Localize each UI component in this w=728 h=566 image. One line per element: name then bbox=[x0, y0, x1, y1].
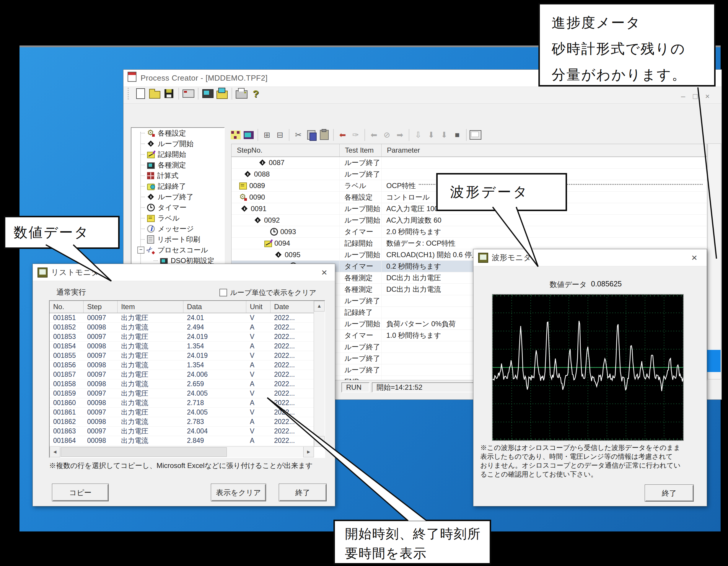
open-monitor-button[interactable] bbox=[215, 87, 229, 101]
restore-button[interactable]: □ bbox=[693, 92, 698, 101]
list-row[interactable]: 00186400098出力電流2.849A2022... bbox=[50, 436, 325, 446]
scrollbar-thumb[interactable] bbox=[61, 447, 227, 457]
list-row[interactable]: 00185300097出力電圧24.019V2022... bbox=[50, 332, 325, 342]
minimize-button[interactable]: – bbox=[681, 92, 685, 101]
monitor-button[interactable] bbox=[201, 87, 215, 101]
list-row[interactable]: 00185400098出力電流1.354A2022... bbox=[50, 342, 325, 351]
new-file-button[interactable] bbox=[133, 87, 148, 101]
save-file-button[interactable] bbox=[162, 87, 176, 101]
stop-icon[interactable]: ■ bbox=[451, 128, 464, 141]
expand-icon[interactable]: ⊞ bbox=[260, 128, 273, 141]
step-row[interactable]: 0087ループ終了 bbox=[232, 157, 707, 169]
scroll-right-icon[interactable]: ► bbox=[303, 447, 314, 457]
cut-icon[interactable]: ✂ bbox=[292, 128, 305, 141]
tree-item-timer[interactable]: タイマー bbox=[131, 202, 224, 213]
clear-per-loop-checkbox[interactable] bbox=[219, 289, 227, 296]
tree-item-loop[interactable]: ループ終了 bbox=[131, 192, 224, 202]
toolbar-separator bbox=[178, 88, 179, 100]
tree-item-message[interactable]: メッセージ bbox=[131, 224, 224, 234]
list-row[interactable]: 00185500097出力電圧24.019V2022... bbox=[50, 351, 325, 361]
tree-item-loop[interactable]: ループ開始 bbox=[131, 138, 224, 149]
list-horizontal-scrollbar[interactable]: ◄ ► bbox=[50, 446, 314, 457]
tree-item-calc[interactable]: 計算式 bbox=[131, 170, 224, 181]
screen-view-button[interactable] bbox=[469, 128, 482, 141]
parameter-cell: 2.0 秒間待ちます bbox=[382, 226, 707, 237]
tree-item-report[interactable]: リポート印刷 bbox=[131, 234, 224, 245]
data-cell: 24.006 bbox=[183, 370, 246, 379]
copy-button[interactable]: コピー bbox=[52, 484, 109, 501]
parameter-cell bbox=[382, 157, 707, 168]
no-cell: 001854 bbox=[50, 342, 84, 351]
list-row[interactable]: 00186100097出力電圧24.005V2022... bbox=[50, 408, 325, 417]
step-row[interactable]: 0092ループ開始AC入力周波数 60 bbox=[232, 215, 707, 226]
move-left-icon[interactable]: ⬅ bbox=[367, 128, 380, 141]
list-vertical-scrollbar[interactable]: ▲ ▼ bbox=[314, 301, 325, 447]
list-row[interactable]: 00185100097出力電圧24.01V2022... bbox=[50, 313, 325, 323]
tree-item-settings[interactable]: 各種設定 bbox=[131, 128, 224, 138]
unit-cell: V bbox=[246, 389, 271, 398]
list-row[interactable]: 00185600098出力電流1.354A2022... bbox=[50, 361, 325, 370]
list-col-unit[interactable]: Unit bbox=[246, 301, 271, 313]
list-col-date[interactable]: Date bbox=[271, 301, 314, 313]
label-icon bbox=[147, 215, 155, 222]
col-testitem[interactable]: Test Item bbox=[340, 144, 382, 156]
clear-display-button[interactable]: 表示をクリア bbox=[211, 484, 266, 501]
tree-item-record-end[interactable]: 記録終了 bbox=[131, 181, 224, 192]
list-row[interactable]: 00186000098出力電流2.718A2022... bbox=[50, 398, 325, 408]
date-cell: 2022... bbox=[271, 351, 314, 360]
wave-monitor-titlebar[interactable]: 波形モニタ × bbox=[473, 249, 707, 266]
monitor-view-button[interactable] bbox=[242, 128, 255, 141]
close-button[interactable]: × bbox=[705, 92, 710, 101]
tree-item-measure[interactable]: 各種測定 bbox=[131, 160, 224, 170]
collapse-icon[interactable]: − bbox=[137, 247, 144, 254]
skip-icon[interactable]: ⬅ bbox=[336, 128, 349, 141]
wave-close-button[interactable]: 終了 bbox=[645, 485, 694, 502]
col-parameter[interactable]: Parameter bbox=[382, 144, 707, 156]
progress-meter-track[interactable] bbox=[708, 143, 721, 379]
tree-item-label[interactable]: ラベル bbox=[131, 213, 224, 224]
open-file-button[interactable] bbox=[148, 87, 162, 101]
mdi-window-controls: – □ × bbox=[681, 92, 710, 101]
list-row[interactable]: 00185200098出力電流2.494A2022... bbox=[50, 323, 325, 332]
scroll-left-icon[interactable]: ◄ bbox=[50, 447, 60, 457]
loop-icon bbox=[259, 159, 266, 167]
message-icon bbox=[147, 225, 155, 233]
close-icon[interactable]: × bbox=[318, 266, 331, 278]
run-to-icon[interactable]: ⬇ bbox=[438, 128, 451, 141]
step-row[interactable]: 0094記録開始数値データ: OCP特性 bbox=[232, 238, 707, 249]
paste-button[interactable] bbox=[318, 128, 331, 141]
list-col-item[interactable]: Item bbox=[118, 301, 183, 313]
list-row[interactable]: 00186300097出力電圧24.004V2022... bbox=[50, 427, 325, 436]
scroll-down-icon[interactable]: ▼ bbox=[314, 436, 325, 447]
list-close-button[interactable]: 終了 bbox=[279, 484, 327, 501]
step-row[interactable]: 0093タイマー2.0 秒間待ちます bbox=[232, 226, 707, 238]
tree-item-process[interactable]: −プロセスコール bbox=[131, 245, 224, 255]
list-row[interactable]: 00186200098出力電流2.783A2022... bbox=[50, 417, 325, 427]
print-button[interactable] bbox=[234, 87, 249, 101]
test-item-cell: ループ終了 bbox=[340, 169, 382, 180]
help-button[interactable]: ? bbox=[249, 87, 263, 101]
list-monitor-titlebar[interactable]: リストモニタ × bbox=[33, 264, 335, 281]
card-button[interactable] bbox=[181, 87, 196, 101]
list-row[interactable]: 00185700097出力電圧24.006V2022... bbox=[50, 370, 325, 379]
cancel-move-icon[interactable]: ⊘ bbox=[380, 128, 393, 141]
list-col-data[interactable]: Data bbox=[183, 301, 246, 313]
move-right-icon[interactable]: ➡ bbox=[393, 128, 406, 141]
list-col-step[interactable]: Step bbox=[84, 301, 118, 313]
flow-view-button[interactable] bbox=[229, 128, 242, 141]
close-icon[interactable]: × bbox=[688, 252, 701, 263]
list-row[interactable]: 00185800098出力電流2.659A2022... bbox=[50, 379, 325, 389]
edit-icon[interactable]: ✑ bbox=[349, 128, 362, 141]
list-row[interactable]: 00185900097出力電圧24.005V2022... bbox=[50, 389, 325, 398]
tree-item-label: タイマー bbox=[158, 203, 187, 212]
copy-button[interactable] bbox=[305, 128, 318, 141]
scroll-up-icon[interactable]: ▲ bbox=[314, 301, 325, 311]
step-into-icon[interactable]: ⇩ bbox=[412, 128, 425, 141]
tree-item-label: メッセージ bbox=[158, 224, 194, 234]
col-stepno[interactable]: StepNo. bbox=[232, 144, 340, 156]
step-down-icon[interactable]: ⬇ bbox=[425, 128, 438, 141]
tree-item-record[interactable]: 記録開始 bbox=[131, 149, 224, 160]
list-col-no[interactable]: No. bbox=[50, 301, 84, 313]
collapse-icon[interactable]: ⊟ bbox=[273, 128, 286, 141]
parameter-text: AC入力周波数 60 bbox=[386, 216, 442, 225]
